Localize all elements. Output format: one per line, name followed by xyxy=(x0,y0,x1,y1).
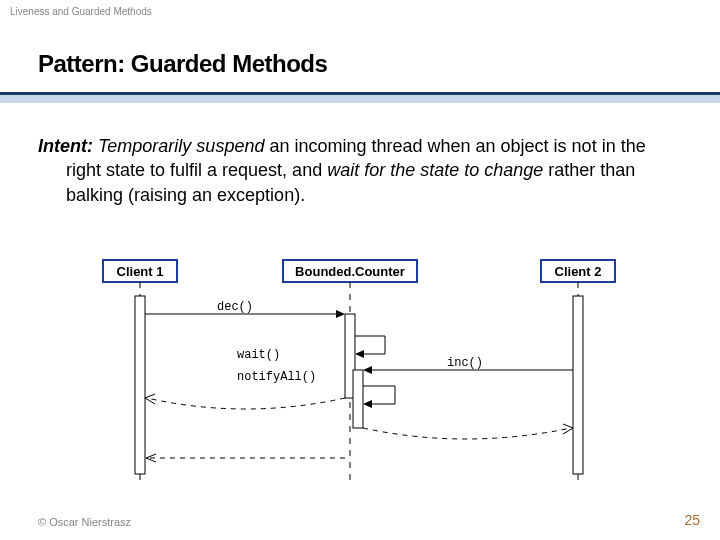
return-client1-mid-line xyxy=(147,398,345,409)
page-title: Pattern: Guarded Methods xyxy=(38,50,327,78)
msg-inc-label: inc() xyxy=(447,356,483,370)
msg-notifyall-line xyxy=(363,386,395,404)
object-client2-label: Client 2 xyxy=(555,264,602,279)
msg-wait-label: wait() xyxy=(237,348,280,362)
msg-notifyall-head xyxy=(363,400,372,408)
intent-paragraph: Intent: Temporarily suspend an incoming … xyxy=(38,134,678,207)
activation-client1 xyxy=(135,296,145,474)
object-counter-label: Bounded.Counter xyxy=(295,264,405,279)
activation-client2 xyxy=(573,296,583,474)
copyright: © Oscar Nierstrasz xyxy=(38,516,131,528)
activation-counter-inc xyxy=(353,370,363,428)
intent-wait: wait for the state to change xyxy=(327,160,543,180)
msg-notifyall-label: notifyAll() xyxy=(237,370,316,384)
intent-label: Intent: xyxy=(38,136,93,156)
msg-wait-line xyxy=(355,336,385,354)
page-number: 25 xyxy=(684,512,700,528)
category-header: Liveness and Guarded Methods xyxy=(10,6,152,17)
intent-suspend: Temporarily suspend xyxy=(98,136,264,156)
sequence-diagram: Client 1 Bounded.Counter Client 2 dec() … xyxy=(95,258,625,488)
return-client2-line xyxy=(363,428,571,439)
slide: Liveness and Guarded Methods Pattern: Gu… xyxy=(0,0,720,540)
msg-dec-label: dec() xyxy=(217,300,253,314)
msg-wait-head xyxy=(355,350,364,358)
object-client1-label: Client 1 xyxy=(117,264,164,279)
title-rule-light xyxy=(0,95,720,103)
msg-dec-head xyxy=(336,310,345,318)
msg-inc-head xyxy=(363,366,372,374)
